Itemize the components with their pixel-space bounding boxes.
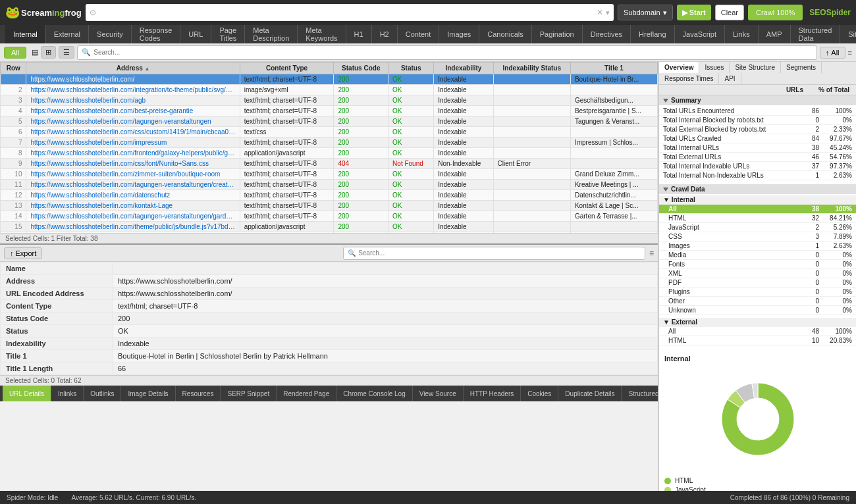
table-row[interactable]: 4 https://www.schlosshotelberlin.com/bes… xyxy=(1,106,658,116)
col-indexability[interactable]: Indexability xyxy=(434,63,493,74)
bottom-tab-inlinks[interactable]: Inlinks xyxy=(51,386,84,401)
bottom-tab-view-source[interactable]: View Source xyxy=(413,386,464,401)
row-title1: Grand Deluxe Zimm... xyxy=(570,169,657,180)
nav-tab-url[interactable]: URL xyxy=(180,25,211,43)
nav-tab-page-titles[interactable]: Page Titles xyxy=(211,25,245,43)
table-row[interactable]: 5 https://www.schlosshotelberlin.com/tag… xyxy=(1,116,658,127)
row-title1: Impressum | Schlos... xyxy=(570,138,657,148)
col-row[interactable]: Row xyxy=(1,63,26,74)
nav-tab-pagination[interactable]: Pagination xyxy=(532,25,583,43)
bottom-tab-chrome-console[interactable]: Chrome Console Log xyxy=(336,386,413,401)
right-tab-overview[interactable]: Overview xyxy=(659,62,699,73)
main-table: Row Address ▲ Content Type Status Code S… xyxy=(0,62,658,233)
filter-search-box[interactable]: 🔍 xyxy=(77,45,817,60)
nav-tab-response-codes[interactable]: Response Codes xyxy=(132,25,181,43)
nav-tab-meta-description[interactable]: Meta Description xyxy=(245,25,298,43)
nav-tab-internal[interactable]: Internal xyxy=(5,25,46,43)
table-row[interactable]: 9 https://www.schlosshotelberlin.com/css… xyxy=(1,159,658,169)
row-status-code: 200 xyxy=(334,222,388,232)
bottom-tab-serp-snippet[interactable]: SERP Snippet xyxy=(221,386,277,401)
bottom-tab-url-details[interactable]: URL Details xyxy=(3,386,51,401)
filter-tab-all[interactable]: All xyxy=(4,47,26,59)
speed-text: Average: 5.62 URL/s. Current: 6.90 URL/s… xyxy=(71,494,196,501)
nav-tab-sitemaps[interactable]: Sitemaps xyxy=(840,25,856,43)
col-content-type[interactable]: Content Type xyxy=(240,63,334,74)
url-input[interactable]: https://www.schlosshotelberlin.com/ xyxy=(99,9,594,16)
table-row[interactable]: 10 https://www.schlosshotelberlin.com/zi… xyxy=(1,169,658,180)
row-title1: Datenschutzrichtlin... xyxy=(570,190,657,201)
grid-view-icon[interactable]: ⊞ xyxy=(41,46,56,59)
nav-tab-images[interactable]: Images xyxy=(439,25,479,43)
row-indexability-status xyxy=(493,169,570,180)
col-title1[interactable]: Title 1 xyxy=(570,63,657,74)
col-status[interactable]: Status xyxy=(388,63,434,74)
bottom-tab-resources[interactable]: Resources xyxy=(176,386,221,401)
detail-search-box[interactable]: 🔍 xyxy=(343,247,645,260)
nav-tab-structured-data[interactable]: Structured Data xyxy=(791,25,841,43)
col-indexability-status[interactable]: Indexability Status xyxy=(493,63,570,74)
right-tab-site-structure[interactable]: Site Structure xyxy=(730,62,781,73)
col-status-code[interactable]: Status Code xyxy=(334,63,388,74)
nav-tab-directives[interactable]: Directives xyxy=(583,25,631,43)
detail-field-value: OK xyxy=(113,325,658,338)
table-row[interactable]: 11 https://www.schlosshotelberlin.com/ta… xyxy=(1,180,658,190)
bottom-tab-http-headers[interactable]: HTTP Headers xyxy=(464,386,522,401)
start-button[interactable]: ▶ Start xyxy=(677,5,711,20)
table-row[interactable]: 8 https://www.schlosshotelberlin.com/fro… xyxy=(1,148,658,159)
nav-tab-meta-keywords[interactable]: Meta Keywords xyxy=(298,25,346,43)
detail-filter-icon[interactable]: ≡ xyxy=(649,249,654,258)
table-row[interactable]: 15 https://www.schlosshotelberlin.com/th… xyxy=(1,222,658,232)
nav-tab-links[interactable]: Links xyxy=(725,25,759,43)
table-row[interactable]: 14 https://www.schlosshotelberlin.com/ta… xyxy=(1,211,658,222)
table-row[interactable]: 6 https://www.schlosshotelberlin.com/css… xyxy=(1,127,658,138)
right-tab-response-times[interactable]: Response Times xyxy=(659,73,719,84)
nav-tab-amp[interactable]: AMP xyxy=(759,25,791,43)
table-row[interactable]: 13 https://www.schlosshotelberlin.com/ko… xyxy=(1,201,658,211)
bottom-tab-duplicate-details[interactable]: Duplicate Details xyxy=(558,386,622,401)
data-table-area[interactable]: Row Address ▲ Content Type Status Code S… xyxy=(0,62,658,233)
summary-row: Total URLs Encountered 86 100% xyxy=(659,107,856,116)
row-indexability: Non-Indexable xyxy=(434,159,493,169)
right-tab-segments[interactable]: Segments xyxy=(781,62,822,73)
url-bar[interactable]: ⊙ https://www.schlosshotelberlin.com/ ✕ … xyxy=(86,4,614,21)
table-row[interactable]: 1 https://www.schlosshotelberlin.com/ te… xyxy=(1,74,658,85)
clear-button[interactable]: Clear xyxy=(715,5,744,20)
filter-search-input[interactable] xyxy=(94,49,813,56)
row-content-type: text/html; charset=UTF-8 xyxy=(240,169,334,180)
filter-options-icon[interactable]: ≡ xyxy=(848,49,852,57)
url-dropdown-icon[interactable]: ▾ xyxy=(606,9,610,17)
bottom-tab-structured-data[interactable]: Structured Data Details xyxy=(622,386,658,401)
table-row[interactable]: 2 https://www.schlosshotelberlin.com/int… xyxy=(1,85,658,95)
export-icon: ↑ xyxy=(826,49,830,57)
detail-row: Status Code 200 xyxy=(1,313,658,325)
nav-tab-content[interactable]: Content xyxy=(398,25,440,43)
row-indexability-status xyxy=(493,127,570,138)
nav-tab-canonicals[interactable]: Canonicals xyxy=(479,25,531,43)
nav-tab-javascript[interactable]: JavaScript xyxy=(675,25,725,43)
nav-tab-hreflang[interactable]: Hreflang xyxy=(631,25,675,43)
export-button[interactable]: ↑ All xyxy=(820,47,845,59)
subdomain-button[interactable]: Subdomain ▾ xyxy=(618,5,673,20)
crawl-data-expand-icon[interactable] xyxy=(663,188,668,191)
right-tab-issues[interactable]: Issues xyxy=(699,62,730,73)
summary-expand-icon[interactable] xyxy=(663,99,668,103)
bottom-tab-outlinks[interactable]: Outlinks xyxy=(84,386,121,401)
bottom-tab-image-details[interactable]: Image Details xyxy=(121,386,175,401)
table-row[interactable]: 12 https://www.schlosshotelberlin.com/da… xyxy=(1,190,658,201)
nav-tab-h1[interactable]: H1 xyxy=(346,25,372,43)
nav-tab-h2[interactable]: H2 xyxy=(372,25,398,43)
table-row[interactable]: 3 https://www.schlosshotelberlin.com/agb… xyxy=(1,95,658,106)
list-view-icon[interactable]: ☰ xyxy=(59,46,74,59)
table-row[interactable]: 7 https://www.schlosshotelberlin.com/imp… xyxy=(1,138,658,148)
bottom-tab-rendered-page[interactable]: Rendered Page xyxy=(277,386,336,401)
row-address: https://www.schlosshotelberlin.com/ xyxy=(26,74,240,85)
bottom-tab-cookies[interactable]: Cookies xyxy=(521,386,558,401)
clear-url-icon[interactable]: ✕ xyxy=(597,8,603,17)
bottom-export-button[interactable]: ↑ Export xyxy=(4,247,42,259)
nav-tab-external[interactable]: External xyxy=(46,25,89,43)
right-tab-api[interactable]: API xyxy=(719,73,741,84)
detail-search-input[interactable] xyxy=(358,249,641,257)
internal-data-row[interactable]: All 38 100% xyxy=(659,205,856,214)
col-address[interactable]: Address ▲ xyxy=(26,63,240,74)
nav-tab-security[interactable]: Security xyxy=(89,25,132,43)
